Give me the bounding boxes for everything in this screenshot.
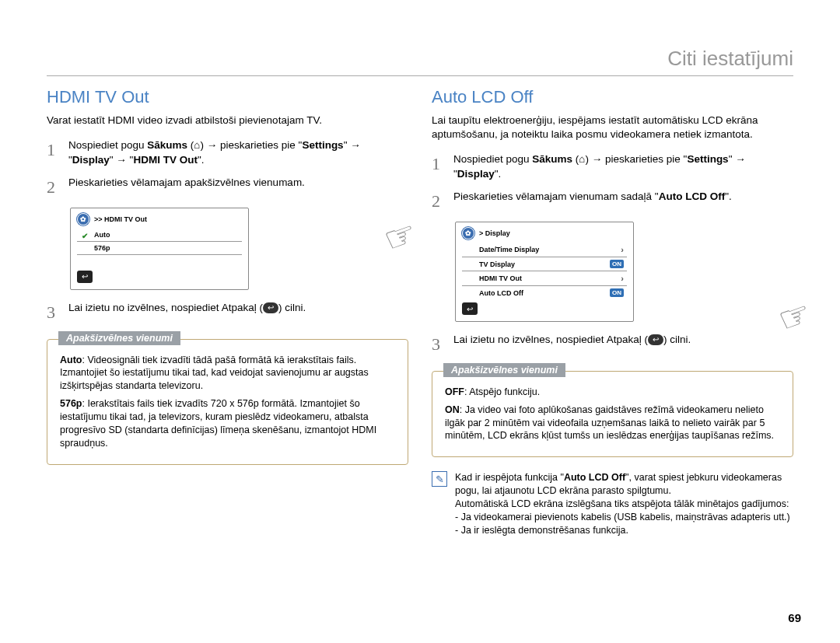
right-submenu-box: Apakšizvēlnes vienumi OFF: Atspējo funkc… bbox=[432, 371, 793, 458]
step-number: 2 bbox=[47, 176, 61, 200]
display-miniui: ✿ > Display Date/Time Display› TV Displa… bbox=[455, 222, 793, 322]
miniui-row-hdmiout: HDMI TV Out› bbox=[462, 271, 627, 286]
right-step-2: 2 Pieskarieties vēlamajam vienumam sadaļ… bbox=[432, 190, 793, 214]
right-intro: Lai taupītu elektroenerģiju, iespējams i… bbox=[432, 114, 793, 142]
right-title: Auto LCD Off bbox=[432, 87, 793, 107]
check-icon: ✔ bbox=[82, 232, 88, 240]
miniui-row-autolcd: Auto LCD OffON bbox=[462, 286, 627, 299]
home-icon: ⌂ bbox=[579, 153, 585, 165]
left-step-3: 3 Lai izietu no izvēlnes, nospiediet Atp… bbox=[47, 301, 408, 325]
back-icon: ↩ bbox=[263, 302, 278, 313]
miniui-row-576p: 576p bbox=[77, 242, 242, 255]
left-step-2: 2 Pieskarieties vēlamajam apakšizvēlnes … bbox=[47, 176, 408, 200]
miniui-row-auto: ✔ Auto bbox=[77, 229, 242, 242]
chevron-right-icon: › bbox=[621, 245, 624, 254]
step-number: 1 bbox=[432, 152, 446, 182]
gear-icon: ✿ bbox=[462, 227, 474, 239]
right-step-3: 3 Lai izietu no izvēlnes, nospiediet Atp… bbox=[432, 333, 793, 357]
hdmi-miniui: ✿ >> HDMI TV Out ✔ Auto 576p ↩ ☞ bbox=[70, 208, 408, 290]
left-step-1: 1 Nospiediet pogu Sākums (⌂) → pieskarie… bbox=[47, 138, 408, 168]
home-icon: ⌂ bbox=[194, 139, 200, 151]
note-icon: ✎ bbox=[432, 471, 447, 487]
on-badge: ON bbox=[610, 288, 624, 297]
left-column: HDMI TV Out Varat iestatīt HDMI video iz… bbox=[47, 87, 408, 537]
on-badge: ON bbox=[610, 260, 624, 268]
page-number: 69 bbox=[788, 611, 801, 624]
back-icon: ↩ bbox=[648, 334, 663, 345]
step-number: 3 bbox=[47, 301, 61, 325]
submenu-tab: Apakšizvēlnes vienumi bbox=[58, 331, 180, 345]
miniui-row-tvdisplay: TV DisplayON bbox=[462, 257, 627, 271]
gear-icon: ✿ bbox=[77, 213, 89, 225]
step-number: 3 bbox=[432, 333, 446, 357]
note-block: ✎ Kad ir iespējota funkcija "Auto LCD Of… bbox=[432, 471, 793, 536]
step-number: 1 bbox=[47, 138, 61, 168]
back-icon: ↩ bbox=[462, 302, 478, 315]
chevron-right-icon: › bbox=[621, 274, 624, 283]
step-number: 2 bbox=[432, 190, 446, 214]
miniui-row-datetime: Date/Time Display› bbox=[462, 243, 627, 257]
right-column: Auto LCD Off Lai taupītu elektroenerģiju… bbox=[432, 87, 793, 537]
right-step-1: 1 Nospiediet pogu Sākums (⌂) → pieskarie… bbox=[432, 152, 793, 182]
left-submenu-box: Apakšizvēlnes vienumi Auto: Videosignāli… bbox=[47, 339, 408, 465]
back-icon: ↩ bbox=[77, 271, 93, 283]
submenu-tab: Apakšizvēlnes vienumi bbox=[443, 363, 565, 377]
left-title: HDMI TV Out bbox=[47, 87, 408, 107]
miniui-row-empty bbox=[77, 255, 242, 267]
left-intro: Varat iestatīt HDMI video izvadi atbilst… bbox=[47, 114, 408, 128]
page-header: Citi iestatījumi bbox=[47, 47, 793, 76]
touch-hand-icon: ☞ bbox=[378, 211, 422, 261]
